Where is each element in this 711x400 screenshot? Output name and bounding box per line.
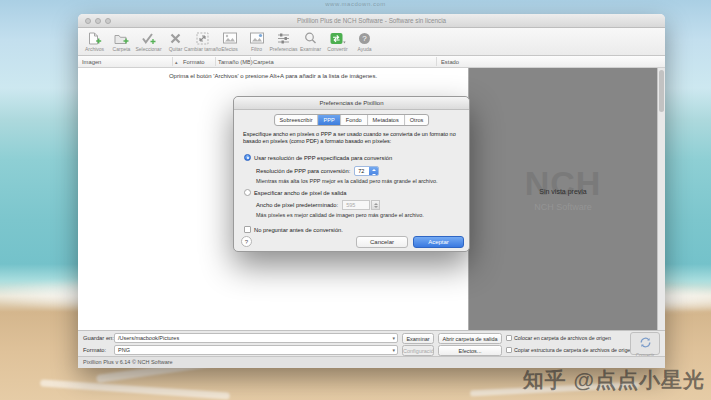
sand-writing [40,379,230,399]
convert-button[interactable]: Convertir [630,332,660,355]
toolbar-label: Convertir [327,46,347,52]
toolbar: Archivos Carpeta Seleccionar Quitar [78,28,665,56]
pixel-width-row: Ancho de píxel predeterminado: 595 [256,200,380,210]
toolbar-label: Efectos [221,46,238,52]
pixel-width-radio[interactable]: Especificar ancho de píxel de salida [244,189,346,196]
chevron-down-icon: ▾ [392,346,395,355]
radio-label: Usar resolución de PPP especificada para… [254,155,392,161]
zhihu-watermark: 知乎 @点点小星光 [523,366,705,394]
sort-ascending-icon[interactable]: ▴ [175,56,178,68]
add-folder-icon [114,31,129,45]
scrollbar-thumb[interactable] [659,70,664,112]
toolbar-label: Examinar [300,46,321,52]
chevron-down-icon: ▾ [392,334,395,343]
sky-watermark: www.macdown.com [325,1,386,7]
no-ask-checkbox[interactable]: No preguntar antes de conversión. [244,226,343,233]
help-icon: ? [358,31,371,45]
effects-button[interactable]: Efectos... [438,345,502,356]
column-divider [250,57,251,66]
zoom-window-button[interactable] [105,18,111,24]
dialog-tabs: Sobreescribir PPP Fondo Metadatos Otros [274,114,430,126]
save-folder-combobox[interactable]: /Users/macbook/Pictures ▾ [114,333,398,343]
toolbar-button-browse[interactable]: Examinar [297,31,324,52]
empty-list-message: Oprima el botón 'Archivos' o presione Al… [78,73,468,79]
same-folder-checkbox[interactable]: Colocar en carpeta de archivos de origen [506,333,611,343]
add-file-icon [87,31,102,45]
tab-metadatos[interactable]: Metadatos [367,115,404,125]
toolbar-button-effects[interactable]: Efectos [216,31,243,52]
select-check-icon [141,31,156,45]
dialog-intro-text: Especifique ancho en píxeles o PPP a ser… [243,131,463,146]
nch-logo-caption: NCH Software [469,202,657,212]
list-header: Imagen ▴ Formato Tamaño (MB) Carpeta Est… [78,56,665,68]
toolbar-label: Carpeta [113,46,131,52]
dpi-resolution-select[interactable]: 72 [354,166,379,176]
remove-x-icon [169,31,182,45]
copy-structure-checkbox[interactable]: Copiar estructura de carpeta de archivos… [506,345,633,355]
stepper-icon[interactable] [369,167,378,176]
format-combobox[interactable]: PNG ▾ [114,345,398,355]
accept-button[interactable]: Aceptar [413,236,464,248]
checkbox-icon [244,226,251,233]
scrollbar[interactable] [657,68,665,330]
pixel-width-label: Ancho de píxel predeterminado: [256,202,338,208]
column-header-image[interactable]: Imagen [82,56,101,68]
toolbar-label: Ayuda [357,46,371,52]
checkbox-icon [506,335,512,341]
column-header-size[interactable]: Tamaño (MB) [218,56,253,68]
resize-icon [196,31,209,45]
cancel-button[interactable]: Cancelar [356,236,408,248]
filter-image-icon [250,31,264,45]
column-header-format[interactable]: Formato [183,56,205,68]
toolbar-button-preferences[interactable]: Preferencias [270,31,297,52]
checkbox-label: No preguntar antes de conversión. [254,227,343,233]
output-settings-bar: Guardar en: /Users/macbook/Pictures ▾ Ex… [78,330,665,356]
tab-sobreescribir[interactable]: Sobreescribir [275,115,318,125]
toolbar-label: Preferencias [269,46,297,52]
toolbar-button-add-folder[interactable]: Carpeta [108,31,135,52]
minimize-window-button[interactable] [95,18,101,24]
column-header-status[interactable]: Estado [441,56,459,68]
svg-text:?: ? [362,34,367,43]
window-title: Pixillion Plus de NCH Software - Softwar… [78,14,665,28]
tab-otros[interactable]: Otros [404,115,429,125]
preferences-sliders-icon [277,31,290,45]
radio-label: Especificar ancho de píxel de salida [254,190,346,196]
dialog-help-button[interactable]: ? [241,236,252,247]
browse-magnifier-icon [304,31,317,45]
pixel-width-hint-text: Más píxeles es mejor calidad de imagen p… [256,212,424,218]
radio-selected-icon [244,154,251,161]
format-label: Formato: [83,345,106,355]
checkbox-label: Copiar estructura de carpeta de archivos… [514,347,633,353]
use-dpi-radio[interactable]: Usar resolución de PPP especificada para… [244,154,392,161]
convert-arrows-icon [639,337,652,348]
radio-unselected-icon [244,189,251,196]
toolbar-button-select[interactable]: Seleccionar [135,31,162,52]
tab-fondo[interactable]: Fondo [340,115,367,125]
stepper-icon [371,200,380,210]
column-divider [215,57,216,66]
save-in-label: Guardar en: [83,333,114,343]
toolbar-label: Filtro [251,46,262,52]
effects-image-icon [223,31,237,45]
toolbar-button-add-files[interactable]: Archivos [81,31,108,52]
window-titlebar[interactable]: Pixillion Plus de NCH Software - Softwar… [78,14,665,28]
browse-button[interactable]: Examinar [402,333,434,344]
close-window-button[interactable] [85,18,91,24]
open-output-folder-button[interactable]: Abrir carpeta de salida [438,333,502,344]
dpi-resolution-value: 72 [355,167,369,175]
preferences-dialog: Preferencias de Pixillion Sobreescribir … [233,96,470,252]
column-header-folder[interactable]: Carpeta [253,56,274,68]
toolbar-button-convert[interactable]: Convertir [324,31,351,52]
toolbar-button-resize[interactable]: Cambiar tamaño [189,31,216,52]
toolbar-label: Seleccionar [135,46,161,52]
column-divider [172,57,173,66]
convert-green-icon [330,31,346,45]
tab-ppp[interactable]: PPP [318,115,340,125]
dpi-resolution-row: Resolución de PPP para conversión: 72 [256,166,379,176]
toolbar-label: Quitar [169,46,183,52]
toolbar-button-help[interactable]: ? Ayuda [351,31,378,52]
format-settings-button: Configuración... [402,345,434,356]
dialog-title: Preferencias de Pixillion [234,97,469,110]
toolbar-button-filter[interactable]: Filtro [243,31,270,52]
